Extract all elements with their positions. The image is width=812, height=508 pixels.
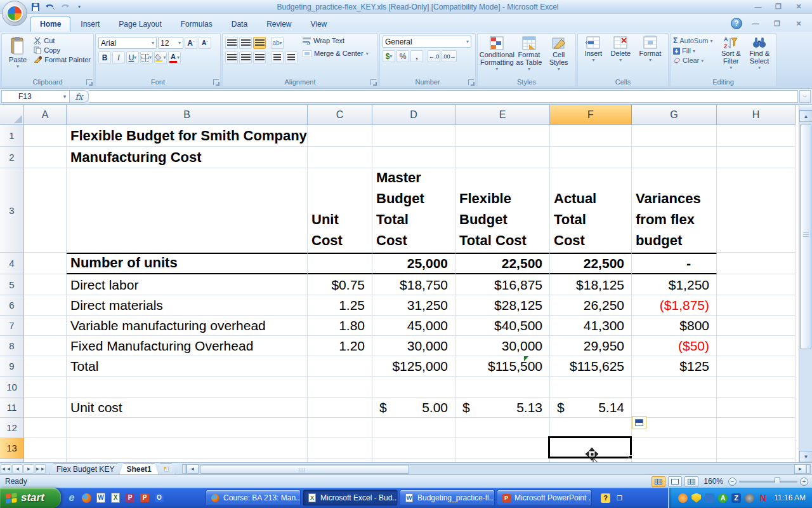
cell-E11[interactable]: $5.13 <box>455 398 550 418</box>
cell-D1[interactable] <box>372 125 455 147</box>
workbook-minimize-button[interactable]: — <box>747 19 764 29</box>
insert-cells-button[interactable]: Insert▾ <box>585 36 603 63</box>
page-layout-view-button[interactable] <box>668 476 682 487</box>
cell-F6[interactable]: 26,250 <box>550 295 632 316</box>
merge-center-button[interactable]: Merge & Center▾ <box>303 50 369 57</box>
font-color-button[interactable]: A▾ <box>168 51 181 64</box>
column-header-G[interactable]: G <box>632 105 717 125</box>
cell-H2[interactable] <box>717 147 796 168</box>
cell-B11[interactable]: Unit cost <box>67 398 308 418</box>
cell-G11[interactable] <box>632 398 717 418</box>
cell-H6[interactable] <box>717 295 796 316</box>
scroll-left-icon[interactable]: ◄ <box>187 464 199 474</box>
tab-view[interactable]: View <box>301 17 336 32</box>
cell-A8[interactable] <box>24 336 67 356</box>
paste-button[interactable]: Paste▾ <box>4 36 31 70</box>
cell-F4[interactable]: 22,500 <box>550 253 632 274</box>
cell-D4[interactable]: 25,000 <box>372 253 455 274</box>
row-header-12[interactable]: 12 <box>0 418 24 438</box>
cell-A9[interactable] <box>24 356 67 377</box>
cell-F1[interactable] <box>550 125 632 147</box>
font-family-select[interactable]: Arial▾ <box>98 37 157 49</box>
cell-E8[interactable]: 30,000 <box>455 336 550 356</box>
cell-D9[interactable]: $125,000 <box>372 356 455 377</box>
column-header-D[interactable]: D <box>372 105 455 125</box>
cell-G7[interactable]: $800 <box>632 316 717 336</box>
cell-C7[interactable]: 1.80 <box>308 316 372 336</box>
cell-E1[interactable] <box>455 125 550 147</box>
vertical-scrollbar[interactable]: ▲ ▼ <box>799 105 812 462</box>
taskbtn-budgeting-doc[interactable]: W Budgeting_practice-fl... <box>400 490 495 506</box>
column-header-B[interactable]: B <box>67 105 308 125</box>
normal-view-button[interactable] <box>652 476 665 487</box>
cell-H12[interactable] <box>717 418 796 438</box>
clipboard-dialog-launcher[interactable] <box>86 79 92 85</box>
fill-color-button[interactable]: ▾ <box>154 51 167 64</box>
cell-A10[interactable] <box>24 377 67 398</box>
select-all-corner[interactable] <box>0 105 24 125</box>
column-header-F[interactable]: F <box>550 105 632 125</box>
cell-E12[interactable] <box>455 418 550 438</box>
italic-button[interactable]: I <box>112 51 125 64</box>
increase-indent-button[interactable] <box>285 51 298 64</box>
cell-E2[interactable] <box>455 147 550 168</box>
format-painter-button[interactable]: Format Painter <box>34 56 91 64</box>
clear-button[interactable]: Clear▾ <box>673 57 712 64</box>
office-button[interactable] <box>2 1 27 26</box>
tab-page-layout[interactable]: Page Layout <box>110 17 170 32</box>
save-button[interactable] <box>29 1 42 13</box>
row-header-6[interactable]: 6 <box>0 295 24 316</box>
sort-filter-button[interactable]: AZ Sort & Filter▾ <box>716 36 745 70</box>
workbook-restore-button[interactable]: ❐ <box>769 19 785 29</box>
cell-E10[interactable] <box>455 377 550 398</box>
cell-H3[interactable] <box>717 168 796 253</box>
cell-H10[interactable] <box>717 377 796 398</box>
align-middle-button[interactable] <box>239 37 252 49</box>
name-box-dropdown-icon[interactable]: ▼ <box>62 94 67 100</box>
tab-split-handle-right[interactable] <box>806 464 811 474</box>
scrollbar-split-handle[interactable] <box>799 105 812 110</box>
cell-E7[interactable]: $40,500 <box>455 316 550 336</box>
firefox-icon[interactable] <box>81 492 92 504</box>
font-size-select[interactable]: 12▾ <box>158 37 183 49</box>
cell-B8[interactable]: Fixed Manufacturing Overhead <box>67 336 308 356</box>
cell-A11[interactable] <box>24 398 67 418</box>
align-bottom-button[interactable] <box>253 37 266 49</box>
borders-button[interactable]: ▾ <box>140 51 153 64</box>
cell-B2[interactable]: Manufacturing Cost <box>67 147 308 168</box>
cell-G10[interactable] <box>632 377 717 398</box>
zoom-slider-thumb[interactable] <box>775 478 780 485</box>
cell-G9[interactable]: $125 <box>632 356 717 377</box>
format-cells-button[interactable]: Format▾ <box>639 36 662 63</box>
cell-F12[interactable] <box>550 418 632 438</box>
word-icon[interactable]: W <box>95 492 107 504</box>
publisher-icon[interactable]: P <box>124 492 136 504</box>
tab-split-handle[interactable] <box>182 464 187 474</box>
cell-E9[interactable]: $115,500 <box>455 356 550 377</box>
cell-C8[interactable]: 1.20 <box>308 336 372 356</box>
cell-A12[interactable] <box>24 418 67 438</box>
cell-C2[interactable] <box>308 147 372 168</box>
cell-D3[interactable]: Master Budget Total Cost <box>372 168 455 253</box>
cell-D2[interactable] <box>372 147 455 168</box>
sheet-tab-flex-budget-key[interactable]: Flex Budget KEY <box>49 463 121 474</box>
copy-button[interactable]: Copy <box>34 46 91 54</box>
cell-H13[interactable] <box>717 438 796 458</box>
align-right-button[interactable] <box>253 51 266 64</box>
cell-A7[interactable] <box>24 316 67 336</box>
cell-D5[interactable]: $18,750 <box>372 274 455 295</box>
scroll-down-icon[interactable]: ▼ <box>799 451 812 462</box>
formula-input[interactable] <box>89 90 798 103</box>
cell-G4[interactable]: - <box>632 253 717 274</box>
cell-B9[interactable]: Total <box>67 356 308 377</box>
scroll-up-icon[interactable]: ▲ <box>799 110 812 122</box>
cut-button[interactable]: Cut <box>34 37 91 44</box>
delete-cells-button[interactable]: Delete▾ <box>610 36 631 63</box>
cell-E6[interactable]: $28,125 <box>455 295 550 316</box>
excel-icon[interactable]: X <box>110 492 121 504</box>
last-sheet-icon[interactable]: ►► <box>35 464 46 474</box>
qat-customize-button[interactable]: ▾ <box>73 1 86 13</box>
column-header-C[interactable]: C <box>308 105 372 125</box>
ie-icon[interactable]: e <box>66 492 77 504</box>
tray-icon-6[interactable] <box>745 493 754 503</box>
